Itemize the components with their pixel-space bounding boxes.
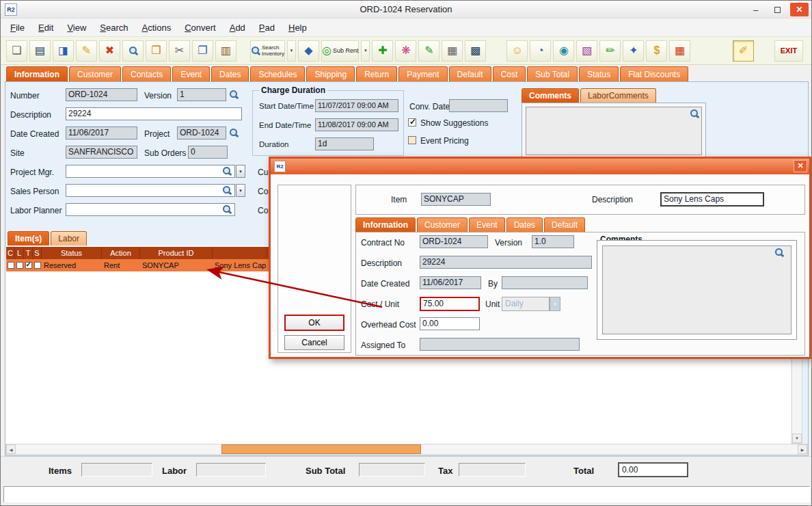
date-created-field[interactable]: 11/06/2017 xyxy=(66,126,137,139)
cost-unit-field[interactable]: 75.00 xyxy=(420,297,480,311)
ok-button[interactable]: OK xyxy=(284,315,344,331)
dialog-description-field[interactable]: Sony Lens Caps xyxy=(660,192,764,207)
row-checkbox-l[interactable] xyxy=(16,262,23,269)
version-field[interactable]: 1 xyxy=(177,88,226,101)
history-button[interactable]: ◔ xyxy=(530,40,551,62)
menu-item-edit[interactable]: Edit xyxy=(38,23,53,33)
tab-sub-total[interactable]: Sub Total xyxy=(527,66,578,81)
tab-flat-discounts[interactable]: Flat Discounts xyxy=(620,66,688,81)
project-mgr-lookup-icon[interactable] xyxy=(222,166,232,176)
sales-person-dropdown[interactable]: ▼ xyxy=(236,184,245,197)
scroll-down-button[interactable]: ▼ xyxy=(792,434,802,443)
dialog-close-button[interactable]: ✕ xyxy=(794,160,807,172)
sub-rent-dropdown[interactable]: ▼ xyxy=(361,40,370,62)
search-inventory-button[interactable]: Search Inventory xyxy=(250,40,285,62)
start-datetime-field[interactable]: 11/07/2017 09:00 AM xyxy=(315,99,398,112)
tab-payment[interactable]: Payment xyxy=(398,66,447,81)
tab-cost[interactable]: Cost xyxy=(493,66,526,81)
pad-button[interactable]: ▦ xyxy=(442,40,463,62)
add-button[interactable]: ✚ xyxy=(372,40,393,62)
column-header-t[interactable]: T xyxy=(24,247,33,259)
site-field[interactable]: SANFRANCISCO xyxy=(66,146,137,159)
menu-item-help[interactable]: Help xyxy=(288,23,307,33)
search-inventory-dropdown[interactable]: ▼ xyxy=(287,40,296,62)
key-button[interactable]: ✦ xyxy=(623,40,644,62)
tab-items[interactable]: Item(s) xyxy=(8,231,49,245)
edit-button[interactable]: ✎ xyxy=(76,40,97,62)
labor-planner-lookup-icon[interactable] xyxy=(222,204,232,214)
dialog-tab-default[interactable]: Default xyxy=(544,217,585,232)
menu-item-file[interactable]: File xyxy=(10,23,25,33)
conv-date-field[interactable] xyxy=(449,99,508,112)
dialog-tab-customer[interactable]: Customer xyxy=(417,217,468,232)
tab-labor[interactable]: Labor xyxy=(51,231,87,245)
row-checkbox-s[interactable] xyxy=(34,262,41,269)
save-button[interactable]: ◨ xyxy=(53,40,74,62)
tab-comments[interactable]: Comments xyxy=(522,88,579,103)
note-button[interactable]: ✎ xyxy=(418,40,439,62)
find-button[interactable] xyxy=(122,40,144,62)
tab-status[interactable]: Status xyxy=(579,66,619,81)
column-header-l[interactable]: L xyxy=(15,247,24,259)
close-button[interactable]: ✕ xyxy=(790,3,809,16)
edit-pad-button[interactable]: ✏ xyxy=(599,40,621,62)
tab-default[interactable]: Default xyxy=(449,66,491,81)
show-suggestions-checkbox[interactable] xyxy=(408,118,416,126)
row-checkbox-c[interactable] xyxy=(8,262,14,269)
menu-item-add[interactable]: Add xyxy=(230,23,245,33)
paste-button[interactable]: ▥ xyxy=(215,40,236,62)
column-header-s[interactable]: S xyxy=(33,247,42,259)
menu-item-search[interactable]: Search xyxy=(100,23,128,33)
contract-no-field[interactable]: ORD-1024 xyxy=(420,235,488,248)
tab-shipping[interactable]: Shipping xyxy=(306,66,355,81)
column-header-action[interactable]: Action xyxy=(102,247,140,259)
horizontal-scrollbar-thumb[interactable] xyxy=(221,444,421,454)
minimize-button[interactable]: – xyxy=(746,3,765,16)
items-group-button[interactable]: ❋ xyxy=(395,40,416,62)
dialog-tab-dates[interactable]: Dates xyxy=(506,217,543,232)
scroll-left-button[interactable]: ◀ xyxy=(6,444,16,454)
scroll-right-button[interactable]: ▶ xyxy=(798,444,807,454)
dialog-tab-information[interactable]: Information xyxy=(355,217,416,232)
menu-item-actions[interactable]: Actions xyxy=(142,23,172,33)
unit-dropdown[interactable]: ▼ xyxy=(550,297,560,311)
dialog-comments-zoom-icon[interactable] xyxy=(774,248,784,257)
dialog-version-field[interactable]: 1.0 xyxy=(532,235,574,248)
project-field[interactable]: ORD-1024 xyxy=(177,126,226,139)
sales-person-field[interactable] xyxy=(66,184,235,197)
tab-dates[interactable]: Dates xyxy=(211,66,249,81)
menu-item-view[interactable]: View xyxy=(67,23,86,33)
media-button[interactable]: ◉ xyxy=(553,40,574,62)
column-header-status[interactable]: Status xyxy=(42,247,102,259)
project-mgr-dropdown[interactable]: ▼ xyxy=(236,165,245,178)
dialog-date-created-field[interactable]: 11/06/2017 xyxy=(420,276,481,289)
tab-labor-comments[interactable]: LaborComments xyxy=(580,88,656,103)
assigned-to-field[interactable] xyxy=(420,338,580,351)
project-lookup-icon[interactable] xyxy=(229,128,239,137)
by-field[interactable] xyxy=(502,276,588,289)
sales-person-lookup-icon[interactable] xyxy=(222,185,232,195)
highlighter-button[interactable]: ✐ xyxy=(733,40,754,62)
dialog-tab-event[interactable]: Event xyxy=(469,217,505,232)
item-field[interactable]: SONYCAP xyxy=(421,193,491,206)
dialog-comments-textarea[interactable] xyxy=(602,245,791,334)
cut-button[interactable]: ✂ xyxy=(169,40,190,62)
duration-field[interactable]: 1d xyxy=(315,137,374,150)
modules-button[interactable]: ▦ xyxy=(669,40,690,62)
menu-item-pad[interactable]: Pad xyxy=(259,23,275,33)
tab-customer[interactable]: Customer xyxy=(69,66,121,81)
barcode-print-button[interactable]: ▩ xyxy=(465,40,486,62)
menu-item-convert[interactable]: Convert xyxy=(185,23,216,33)
tab-event[interactable]: Event xyxy=(172,66,210,81)
version-lookup-icon[interactable] xyxy=(229,90,239,99)
sub-rent-button[interactable]: ◎ Sub Rent xyxy=(321,40,360,62)
unit-field[interactable]: Daily xyxy=(502,297,550,311)
maximize-button[interactable] xyxy=(768,3,787,16)
tab-return[interactable]: Return xyxy=(356,66,397,81)
fill-button[interactable]: ◆ xyxy=(298,40,319,62)
description-field[interactable]: 29224 xyxy=(66,107,242,120)
copy-button[interactable]: ❐ xyxy=(192,40,213,62)
document-cut-button[interactable]: ❒ xyxy=(146,40,167,62)
labor-planner-field[interactable] xyxy=(66,203,235,216)
cancel-button[interactable]: Cancel xyxy=(284,335,344,350)
